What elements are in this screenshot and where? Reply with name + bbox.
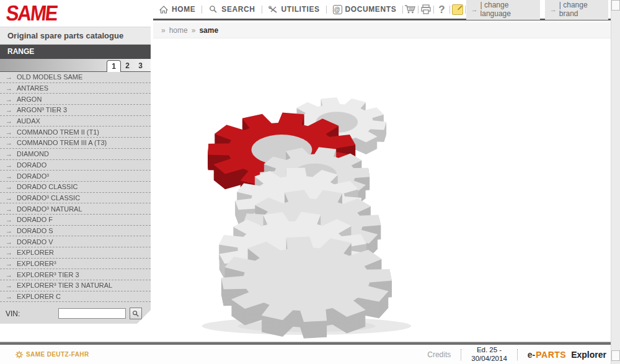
arrow-icon: →: [550, 6, 557, 13]
model-item-dorado3[interactable]: →DORADO³: [0, 171, 151, 182]
model-item-explorer3[interactable]: →EXPLORER³: [0, 259, 151, 270]
nav-home[interactable]: HOME: [153, 4, 201, 14]
magnifier-icon: [132, 310, 140, 317]
arrow-icon: →: [6, 282, 12, 289]
model-label: EXPLORER³: [17, 260, 56, 267]
eparts-e: e-: [528, 350, 535, 360]
model-label: COMMANDO TREM II (T1): [17, 128, 99, 136]
vin-search-button[interactable]: [130, 308, 142, 319]
arrow-icon: →: [6, 249, 12, 256]
model-item-dorado[interactable]: →DORADO: [0, 160, 151, 171]
model-label: EXPLORER: [17, 249, 54, 256]
model-list: →OLD MODELS SAME →ANTARES →ARGON →ARGON³…: [0, 72, 151, 302]
model-item-explorer3-tier3[interactable]: →EXPLORER³ TIER 3: [0, 269, 151, 280]
nav-search[interactable]: SEARCH: [203, 4, 260, 14]
vin-label: VIN:: [6, 309, 20, 318]
notepad-pencil-icon: [452, 4, 463, 15]
model-label: DORADO³: [17, 172, 49, 180]
footer-right: Credits Ed. 25 - 30/04/2014 e- PARTS Exp…: [427, 346, 606, 363]
breadcrumb-current: same: [199, 26, 218, 35]
footer-brand-label: SAME DEUTZ-FAHR: [26, 351, 89, 358]
model-label: DORADO S: [17, 227, 53, 234]
breadcrumb-home[interactable]: home: [169, 26, 188, 35]
model-item-commando-trem-ii[interactable]: →COMMANDO TREM II (T1): [0, 127, 151, 138]
nav-home-label: HOME: [172, 5, 195, 14]
model-item-explorer-c[interactable]: →EXPLORER C: [0, 291, 151, 303]
tab-page-1[interactable]: 1: [107, 60, 121, 72]
model-item-commando-trem-iii[interactable]: →COMMANDO TREM III A (T3): [0, 138, 151, 149]
model-item-dorado-classic[interactable]: →DORADO CLASSIC: [0, 182, 151, 193]
model-item-antares[interactable]: →ANTARES: [0, 83, 151, 94]
arrow-icon: →: [6, 216, 12, 223]
model-label: ARGON³ TIER 3: [17, 106, 67, 113]
edition-line1: Ed. 25 -: [471, 346, 507, 355]
eparts-explorer: Explorer: [571, 350, 606, 360]
model-item-diamond[interactable]: →DIAMOND: [0, 149, 151, 160]
tab-page-3[interactable]: 3: [134, 60, 147, 71]
edition-info: Ed. 25 - 30/04/2014: [471, 346, 507, 363]
footer-brand[interactable]: SAME DEUTZ-FAHR: [16, 351, 89, 358]
notes-button[interactable]: [450, 3, 464, 16]
range-panel: 1 2 3 →OLD MODELS SAME →ANTARES →ARGON →…: [0, 59, 151, 324]
change-brand-button[interactable]: → | change brand: [545, 0, 608, 20]
model-item-explorer[interactable]: →EXPLORER: [0, 247, 151, 259]
arrow-icon: →: [6, 293, 12, 300]
divider: [517, 349, 518, 360]
deutz-fahr-gear-icon: [16, 351, 23, 358]
divider: [326, 6, 327, 14]
top-navigation: HOME SEARCH UTILITIES @ DOCUMENTS: [153, 0, 611, 20]
nav-documents[interactable]: @ DOCUMENTS: [327, 5, 402, 14]
model-item-old-models-same[interactable]: →OLD MODELS SAME: [0, 72, 151, 83]
arrow-icon: →: [6, 84, 12, 92]
help-button[interactable]: ?: [435, 3, 448, 16]
vertical-scrollbar[interactable]: [611, 0, 620, 364]
gears-illustration: [180, 53, 428, 340]
model-item-argon[interactable]: →ARGON: [0, 94, 151, 105]
same-logo[interactable]: SAME: [6, 1, 81, 26]
range-header: RANGE: [0, 45, 151, 59]
arrow-icon: →: [6, 161, 12, 169]
breadcrumb: » home » same: [153, 22, 611, 38]
nav-utilities-label: UTILITIES: [281, 5, 320, 14]
change-language-label: | change language: [480, 1, 535, 18]
arrow-icon: →: [6, 106, 12, 113]
model-item-audax[interactable]: →AUDAX: [0, 116, 151, 127]
nav-utilities[interactable]: UTILITIES: [263, 4, 326, 14]
model-item-dorado-v[interactable]: →DORADO V: [0, 236, 151, 247]
arrow-icon: →: [6, 238, 12, 246]
arrow-icon: →: [6, 205, 12, 213]
scroll-down-button[interactable]: [611, 350, 620, 361]
tab-page-2[interactable]: 2: [121, 60, 134, 71]
arrow-icon: →: [6, 227, 12, 234]
arrow-icon: →: [6, 128, 12, 136]
change-brand-label: | change brand: [559, 1, 603, 18]
print-button[interactable]: [419, 3, 433, 16]
divider: [461, 349, 461, 360]
model-label: ANTARES: [17, 84, 48, 92]
model-label: ARGON: [17, 95, 42, 103]
model-item-dorado3-classic[interactable]: →DORADO³ CLASSIC: [0, 193, 151, 204]
model-item-dorado-s[interactable]: →DORADO S: [0, 226, 151, 237]
change-language-button[interactable]: → | change language: [466, 0, 540, 20]
model-item-argon3-tier3[interactable]: →ARGON³ TIER 3: [0, 105, 151, 116]
home-icon: [159, 4, 169, 14]
divider: [433, 6, 434, 14]
vin-input[interactable]: [58, 308, 126, 319]
model-label: EXPLORER³ TIER 3: [17, 271, 79, 278]
model-label: AUDAX: [17, 117, 40, 125]
model-label: DORADO³ NATURAL: [17, 205, 82, 213]
model-label: EXPLORER³ TIER 3 NATURAL: [17, 282, 112, 289]
arrow-icon: →: [6, 150, 12, 158]
credits-link[interactable]: Credits: [427, 350, 451, 359]
scroll-up-button[interactable]: [611, 0, 620, 11]
model-label: DORADO: [17, 161, 46, 169]
chevron-icon: »: [192, 26, 196, 35]
eparts-catalogue-page: SAME HOME SEARCH UTILITIES @: [0, 0, 620, 364]
model-label: COMMANDO TREM III A (T3): [17, 139, 107, 146]
cart-button[interactable]: [404, 3, 417, 16]
divider: [402, 6, 403, 14]
model-item-dorado-f[interactable]: →DORADO F: [0, 215, 151, 226]
model-label: DORADO V: [17, 238, 53, 246]
model-item-explorer3-tier3-natural[interactable]: →EXPLORER³ TIER 3 NATURAL: [0, 280, 151, 291]
model-item-dorado3-natural[interactable]: →DORADO³ NATURAL: [0, 203, 151, 215]
